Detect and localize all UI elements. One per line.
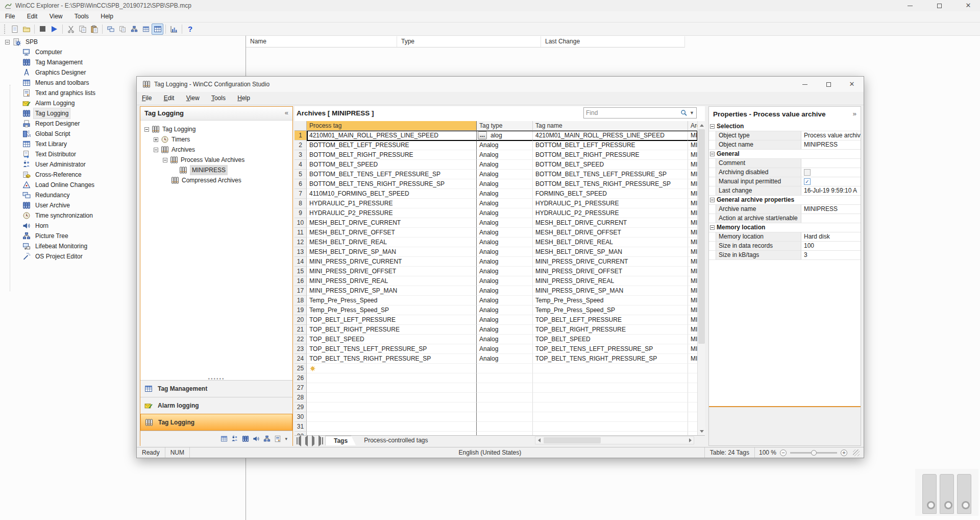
activate-runtime-icon[interactable] [48, 23, 60, 35]
grid-cell[interactable]: 4210M01_MAIN_ROLL_PRESS_LINE_SPEED [307, 131, 477, 140]
collapse-pane-button[interactable]: « [285, 109, 288, 116]
property-row[interactable]: Size in data records100 [709, 242, 861, 251]
grid-cell[interactable] [477, 422, 533, 432]
property-row[interactable]: Memory locationHard disk [709, 232, 861, 242]
grid-cell[interactable]: MI [688, 344, 697, 354]
checkbox[interactable] [804, 169, 811, 176]
user-administrator-icon[interactable] [231, 435, 238, 442]
grid-cell[interactable]: MESH_BELT_DRIVE_SP_MAN [307, 247, 477, 257]
dialog-menu-help[interactable]: Help [232, 92, 255, 104]
copy-icon[interactable] [77, 23, 88, 35]
grid-cell[interactable]: MI [688, 208, 697, 218]
expand-pane-button[interactable]: » [852, 110, 856, 117]
explorer-tree-root[interactable]: SPB [0, 37, 245, 47]
grid-cell[interactable]: MI [688, 257, 697, 267]
zoom-slider[interactable] [790, 452, 837, 454]
property-value[interactable]: 100 [801, 242, 861, 250]
grid-cell[interactable]: MESH_BELT_DRIVE_OFFSET [533, 228, 688, 238]
grid-cell[interactable]: Temp_Pre_Press_Speed [307, 296, 477, 305]
grid-cell[interactable]: TOP_BELT_LEFT_PRESSURE [307, 315, 477, 325]
grid-cell[interactable]: HYDRAULIC_P1_PRESSURE [533, 199, 688, 208]
grid-cell[interactable]: BOTTOM_BELT_LEFT_PRESSURE [533, 140, 688, 150]
row-number[interactable]: 4 [295, 160, 307, 170]
property-row[interactable]: Last change16-Jul-19 9:59:10 A [709, 186, 861, 196]
tree-node-minipress[interactable]: MINIPRESS [179, 165, 228, 175]
dialog-menu-view[interactable]: View [181, 92, 205, 104]
grid-cell[interactable] [688, 422, 697, 432]
collapse-expander-icon[interactable] [710, 152, 715, 156]
find-input[interactable]: Find [586, 109, 678, 116]
grid-cell[interactable] [307, 364, 477, 373]
column-header-name[interactable]: Name [246, 36, 397, 48]
grid-cell[interactable]: MI [688, 189, 697, 199]
grid-cell[interactable]: Analog [477, 199, 533, 208]
property-value[interactable] [801, 214, 861, 223]
grid-cell[interactable] [477, 393, 533, 403]
grid-row[interactable]: 14210M01_MAIN_ROLL_PRESS_LINE_SPEED...al… [295, 131, 697, 140]
menu-file[interactable]: File [0, 11, 20, 21]
property-value[interactable]: MINIPRESS [801, 205, 861, 214]
grid-cell[interactable]: MESH_BELT_DRIVE_SP_MAN [533, 247, 688, 257]
grid-cell[interactable]: MINI_PRESS_DRIVE_CURRENT [307, 257, 477, 267]
grid-cell[interactable]: MINI_PRESS_DRIVE_OFFSET [307, 267, 477, 276]
horizontal-scrollbar[interactable] [535, 436, 694, 444]
property-row[interactable]: Comment [709, 159, 861, 168]
grid-cell[interactable]: MESH_BELT_DRIVE_REAL [307, 238, 477, 247]
grid-cell[interactable]: Analog [477, 276, 533, 286]
explorer-tree-item[interactable]: Computer [0, 47, 245, 57]
grid-cell[interactable]: 4110M10_FORMING_BELT_SPEED [307, 189, 477, 199]
zoom-slider-thumb[interactable] [811, 450, 817, 456]
grid-cell[interactable]: MI [688, 305, 697, 315]
column-header-process-tag[interactable]: Process tag [307, 121, 477, 131]
grid-cell[interactable]: HYDRAULIC_P1_PRESSURE [307, 199, 477, 208]
grid-cell[interactable]: ...alog [477, 131, 533, 140]
grid-cell[interactable] [477, 383, 533, 393]
nav-alarm-logging[interactable]: Alarm logging [140, 397, 292, 414]
grid-cell[interactable]: MI [688, 315, 697, 325]
dialog-minimize-button[interactable] [793, 77, 817, 92]
grid-cell[interactable] [307, 422, 477, 432]
property-value[interactable]: ✓ [801, 177, 861, 186]
grid-row[interactable]: 10MESH_BELT_DRIVE_CURRENTAnalogMESH_BELT… [295, 218, 697, 228]
grid-cell[interactable] [307, 403, 477, 412]
tree-node-tag-logging[interactable]: Tag Logging [144, 124, 195, 134]
grid-cell[interactable]: MI [688, 286, 697, 296]
property-value[interactable]: 3 [801, 251, 861, 259]
last-tab-icon[interactable] [318, 437, 323, 444]
status-language[interactable]: English (United States) [190, 447, 705, 458]
grid-cell[interactable] [533, 422, 688, 432]
tab-process-controlled-tags[interactable]: Process-controlled tags [356, 436, 436, 445]
grid-cell[interactable] [688, 432, 697, 435]
grid-cell[interactable]: BOTTOM_BELT_TENS_RIGHT_PRESSURE_SP [307, 179, 477, 189]
column-header-tag-name[interactable]: Tag name [533, 121, 688, 131]
grid-row[interactable]: 6BOTTOM_BELT_TENS_RIGHT_PRESSURE_SPAnalo… [295, 179, 697, 189]
grid-cell[interactable]: MINI_PRESS_DRIVE_CURRENT [533, 257, 688, 267]
search-icon[interactable] [680, 109, 688, 116]
vertical-scrollbar[interactable] [697, 121, 705, 435]
grid-cell[interactable] [688, 373, 697, 383]
grid-cell[interactable]: BOTTOM_BELT_TENS_RIGHT_PRESSURE_SP [533, 179, 688, 189]
grid-row[interactable]: 13MESH_BELT_DRIVE_SP_MANAnalogMESH_BELT_… [295, 247, 697, 257]
grid-cell[interactable]: HYDRAULIC_P2_PRESSURE [307, 208, 477, 218]
property-row[interactable]: Archiving disabled [709, 168, 861, 177]
row-number[interactable]: 10 [295, 218, 307, 228]
grid-cell[interactable]: TOP_BELT_TENS_RIGHT_PRESSURE_SP [533, 354, 688, 364]
grid-row[interactable]: 24TOP_BELT_TENS_RIGHT_PRESSURE_SPAnalogT… [295, 354, 697, 364]
grid-cell[interactable]: BOTTOM_BELT_TENS_LEFT_PRESSURE_SP [533, 170, 688, 179]
property-section-row[interactable]: Selection [709, 122, 861, 131]
zoom-in-icon[interactable]: + [841, 450, 847, 456]
collapse-expander-icon[interactable] [710, 124, 715, 129]
grid-row[interactable]: 25 [295, 364, 697, 373]
property-value[interactable] [801, 168, 861, 177]
row-number[interactable]: 15 [295, 267, 307, 276]
grid-cell[interactable] [307, 393, 477, 403]
grid-cell[interactable]: Analog [477, 160, 533, 170]
collapse-expander-icon[interactable] [154, 148, 158, 152]
grid-row[interactable]: 12MESH_BELT_DRIVE_REALAnalogMESH_BELT_DR… [295, 238, 697, 247]
row-number[interactable]: 16 [295, 276, 307, 286]
grid-cell[interactable]: MI [688, 325, 697, 335]
grid-row[interactable]: 2BOTTOM_BELT_LEFT_PRESSUREAnalogBOTTOM_B… [295, 140, 697, 150]
property-value[interactable]: Process value archive [801, 131, 861, 140]
grid-cell[interactable] [533, 373, 688, 383]
grid-row[interactable]: 3BOTTOM_BELT_RIGHT_PRESSUREAnalogBOTTOM_… [295, 150, 697, 160]
